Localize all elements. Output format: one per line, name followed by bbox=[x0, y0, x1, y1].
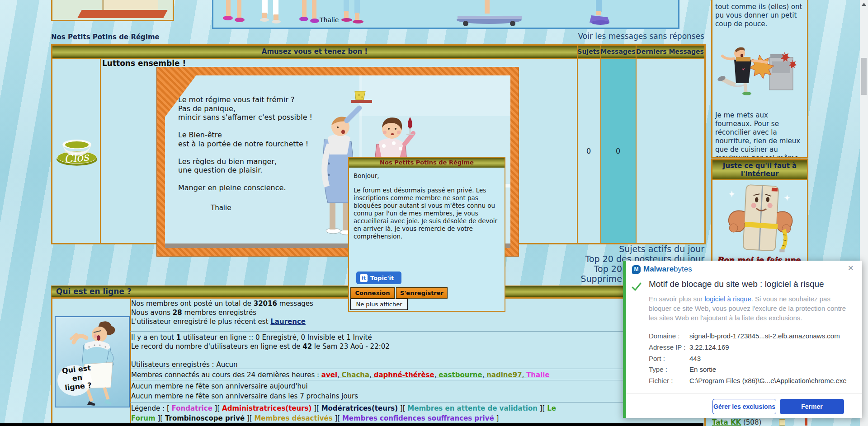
birthday-week-line: Aucun membre ne fête son anniversaire da… bbox=[131, 392, 358, 401]
malwarebytes-accent-strip bbox=[623, 261, 626, 418]
banner-caption: Thalie bbox=[320, 16, 339, 23]
clos-label: Clos bbox=[63, 150, 90, 166]
forum-page: Thalie Nos Petits Potins de Régime Voir … bbox=[0, 0, 868, 426]
malwarebytes-title: Motif de blocage du site web : logiciel … bbox=[649, 279, 824, 289]
sidebar-box-cooking: tout comme ils (elles) ont pu vous donne… bbox=[711, 0, 808, 159]
mat-shape bbox=[77, 10, 168, 18]
fridge-bodybuilder-cartoon bbox=[719, 182, 800, 254]
rating-bar bbox=[805, 418, 807, 426]
online-row-sep-1 bbox=[130, 331, 704, 332]
legend-item[interactable]: Membres confidences souffrances privé bbox=[337, 414, 499, 422]
notice-popup-message: Le forum est désormais passé en privé. L… bbox=[349, 179, 505, 240]
dismiss-button[interactable]: Ne plus afficher bbox=[350, 299, 408, 310]
close-icon[interactable]: ✕ bbox=[848, 264, 854, 272]
sidebar-bottom-entry: Tata KK (508) bbox=[712, 418, 807, 426]
online-row-sep-4 bbox=[130, 402, 704, 403]
scrollbar-up-arrow[interactable] bbox=[862, 3, 866, 6]
topicit-label: Topic'it bbox=[370, 275, 394, 281]
column-header-sujets: Sujets bbox=[577, 46, 600, 58]
connexion-button[interactable]: Connexion bbox=[350, 287, 395, 299]
member-link[interactable]: avel bbox=[321, 371, 342, 379]
forum-link-title[interactable]: Luttons ensemble ! bbox=[102, 59, 186, 68]
legend-prefix: Légende : bbox=[131, 404, 167, 412]
malwarebytes-body: En savoir plus sur logiciel à risque. Si… bbox=[649, 294, 851, 323]
detail-value-ip: 3.22.124.169 bbox=[689, 343, 729, 351]
no-answer-messages-link[interactable]: Voir les messages sans réponses bbox=[578, 32, 704, 41]
record-count: 42 bbox=[302, 342, 312, 351]
category-title[interactable]: Amusez vous et tenez bon ! bbox=[52, 46, 577, 58]
link-supprime-partial[interactable]: Supprime bbox=[580, 274, 622, 284]
banner-left-image bbox=[51, 0, 174, 21]
member-link[interactable]: eastbourne bbox=[439, 371, 486, 379]
column-header-messages: Messages bbox=[600, 46, 636, 58]
col-sep-4 bbox=[636, 46, 637, 243]
notice-popup-title: Nos Petits Potins de Régime bbox=[349, 158, 505, 168]
member-link[interactable]: daphné-thérèse bbox=[374, 371, 439, 379]
detail-label-fichier: Fichier : bbox=[649, 377, 673, 384]
legend-line-2: ForumTrombinoscope privéMembres désactiv… bbox=[131, 413, 702, 423]
members-24h-line: Membres connectés au cours des 24 derniè… bbox=[131, 370, 701, 379]
member-link[interactable]: nadine97 bbox=[486, 371, 526, 379]
register-button[interactable]: S'enregistrer bbox=[396, 287, 448, 299]
topicit-button[interactable]: it Topic'it bbox=[356, 272, 401, 284]
brand-bold: Malware bbox=[643, 265, 674, 273]
body-prefix: En savoir plus sur bbox=[649, 295, 704, 303]
detail-label-type: Type : bbox=[649, 365, 667, 373]
legend-item[interactable]: Forum bbox=[131, 414, 160, 422]
rank-icon bbox=[779, 419, 785, 426]
members-count: 28 bbox=[173, 309, 182, 317]
forum-notice-popup: Nos Petits Potins de Régime Bonjour, Le … bbox=[348, 157, 505, 312]
sidebar-box1-bottom-text: Je me mets aux fourneaux. Pour se réconc… bbox=[715, 111, 804, 159]
manage-exclusions-button[interactable]: Gérer les exclusions bbox=[712, 399, 776, 414]
forum-section-title: Nos Petits Potins de Régime bbox=[51, 33, 160, 41]
who-is-online-image: Qui est en ligne ? bbox=[55, 316, 130, 407]
brand-light: bytes bbox=[674, 265, 692, 273]
link-top20-partial[interactable]: Top 20 bbox=[594, 264, 622, 274]
legend-item[interactable]: Le bbox=[542, 404, 556, 412]
fermer-button[interactable]: Fermer bbox=[780, 399, 844, 414]
sidebar-box2-title: Juste ce qu'il faut à l'intérieur bbox=[712, 160, 807, 178]
chef-cartoon bbox=[716, 42, 802, 96]
sidebar-box2-header: Juste ce qu'il faut à l'intérieur bbox=[712, 160, 807, 180]
banner-main-image: Thalie bbox=[212, 0, 679, 29]
notice-popup-greeting: Bonjour, bbox=[349, 168, 505, 179]
record-line: Le record du nombre d'utilisateurs en li… bbox=[131, 342, 701, 351]
malwarebytes-logo-icon: M bbox=[632, 265, 641, 274]
online-row-sep-3 bbox=[130, 380, 704, 380]
detail-value-type: En sortie bbox=[689, 365, 716, 373]
messages-count: 0 bbox=[600, 59, 636, 243]
forum-description-signature: Thalie bbox=[211, 204, 231, 212]
legend-item[interactable]: Membres en attente de validation bbox=[403, 404, 542, 412]
detail-value-fichier: C:\Program Files (x86)\G...e\Application… bbox=[689, 377, 847, 384]
legend-item[interactable]: Membres désactivés bbox=[250, 414, 337, 422]
legend-item[interactable]: Trombinoscope privé bbox=[160, 414, 250, 422]
member-link[interactable]: Chacha bbox=[342, 371, 374, 379]
col-sep-1 bbox=[100, 59, 101, 243]
total-messages-count: 32016 bbox=[254, 300, 277, 308]
legend-line-1: Légende : FondatriceAdministratrices(teu… bbox=[131, 403, 702, 413]
scrollbar-thumb[interactable] bbox=[861, 58, 867, 95]
who-is-online-caption: Qui est en ligne ? bbox=[58, 363, 97, 393]
online-stats-row-2: Il y a en tout 1 utilisateur en ligne ::… bbox=[131, 333, 701, 369]
bottom-black-bar bbox=[0, 423, 703, 426]
recent-member-link[interactable]: Laurence bbox=[270, 318, 306, 326]
birthday-today-line: Aucun membre ne fête son anniversaire au… bbox=[131, 382, 308, 391]
risk-software-link[interactable]: logiciel à risque bbox=[704, 295, 751, 303]
top-poster-link[interactable]: Tata KK bbox=[712, 418, 741, 426]
registered-users-line: Utilisateurs enregistrés : Aucun bbox=[131, 360, 701, 369]
malwarebytes-logo: M Malwarebytes bbox=[632, 265, 692, 274]
forum-status-clos-icon: Clos bbox=[55, 135, 99, 167]
legend-item[interactable]: Fondatrice bbox=[167, 404, 217, 412]
link-sujets-actifs[interactable]: Sujets actifs du jour bbox=[619, 244, 704, 254]
malwarebytes-popup: M Malwarebytes ✕ Motif de blocage du sit… bbox=[623, 261, 862, 418]
footer-divider bbox=[626, 393, 862, 394]
column-header-derniers: Derniers Messages bbox=[636, 46, 704, 58]
detail-value-domaine: signal-lb-prod-1723845...st-2.elb.amazon… bbox=[689, 332, 840, 340]
cartoon-legs-graphic bbox=[213, 0, 678, 26]
check-icon bbox=[631, 281, 642, 293]
sidebar-box1-top-text: tout comme ils (elles) ont pu vous donne… bbox=[712, 0, 807, 28]
member-link[interactable]: Thalie bbox=[526, 371, 550, 379]
legend-item[interactable]: Modératrices(teurs) bbox=[316, 404, 403, 412]
legend-item[interactable]: Administratrices(teurs) bbox=[217, 404, 316, 412]
notice-popup-titlebar: Nos Petits Potins de Régime bbox=[349, 158, 505, 168]
